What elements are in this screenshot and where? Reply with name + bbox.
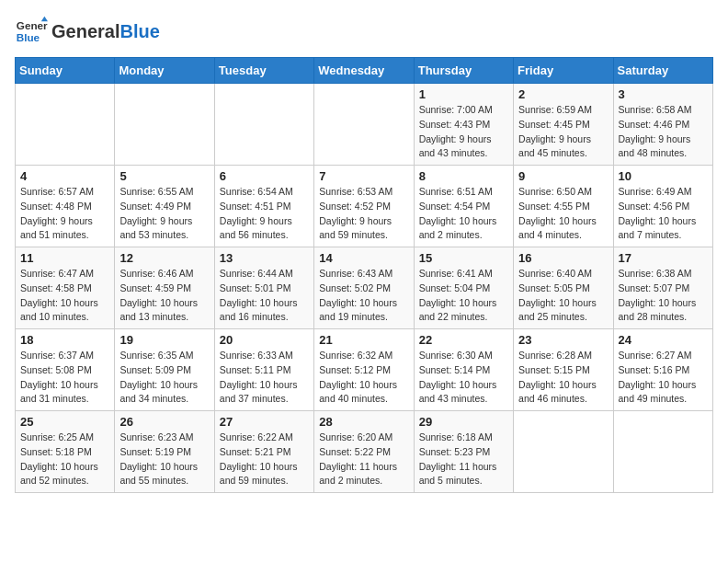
weekday-header-sunday: Sunday <box>16 58 115 84</box>
day-number: 9 <box>518 169 608 183</box>
calendar-cell: 17Sunrise: 6:38 AMSunset: 5:07 PMDayligh… <box>613 247 712 329</box>
calendar-cell: 5Sunrise: 6:55 AMSunset: 4:49 PMDaylight… <box>115 166 214 247</box>
calendar-cell: 20Sunrise: 6:33 AMSunset: 5:11 PMDayligh… <box>214 329 313 411</box>
day-number: 20 <box>220 333 309 347</box>
calendar-cell: 18Sunrise: 6:37 AMSunset: 5:08 PMDayligh… <box>16 329 115 411</box>
day-number: 25 <box>20 415 109 429</box>
weekday-header-thursday: Thursday <box>414 58 513 84</box>
calendar-cell: 16Sunrise: 6:40 AMSunset: 5:05 PMDayligh… <box>514 247 613 329</box>
day-number: 1 <box>419 87 508 101</box>
day-number: 4 <box>20 169 109 183</box>
calendar-cell: 27Sunrise: 6:22 AMSunset: 5:21 PMDayligh… <box>214 411 313 493</box>
calendar-cell: 25Sunrise: 6:25 AMSunset: 5:18 PMDayligh… <box>16 411 115 493</box>
day-info: Sunrise: 6:55 AMSunset: 4:49 PMDaylight:… <box>119 185 209 243</box>
day-info: Sunrise: 6:35 AMSunset: 5:09 PMDaylight:… <box>119 349 209 407</box>
day-info: Sunrise: 6:46 AMSunset: 4:59 PMDaylight:… <box>119 267 209 325</box>
day-number: 6 <box>220 169 309 183</box>
calendar-cell: 3Sunrise: 6:58 AMSunset: 4:46 PMDaylight… <box>613 84 712 166</box>
day-info: Sunrise: 6:37 AMSunset: 5:08 PMDaylight:… <box>20 349 109 407</box>
day-info: Sunrise: 6:57 AMSunset: 4:48 PMDaylight:… <box>20 185 109 243</box>
day-number: 18 <box>20 333 109 347</box>
day-number: 17 <box>619 251 708 265</box>
weekday-header-tuesday: Tuesday <box>214 58 313 84</box>
day-number: 11 <box>20 251 109 265</box>
logo-text: GeneralBlue <box>51 21 160 41</box>
day-info: Sunrise: 6:40 AMSunset: 5:05 PMDaylight:… <box>518 267 608 325</box>
logo: General Blue GeneralBlue <box>15 15 160 48</box>
calendar-cell: 1Sunrise: 7:00 AMSunset: 4:43 PMDaylight… <box>414 84 513 166</box>
day-number: 3 <box>619 87 708 101</box>
day-info: Sunrise: 6:43 AMSunset: 5:02 PMDaylight:… <box>319 267 408 325</box>
calendar-cell: 14Sunrise: 6:43 AMSunset: 5:02 PMDayligh… <box>314 247 414 329</box>
day-info: Sunrise: 6:32 AMSunset: 5:12 PMDaylight:… <box>319 349 408 407</box>
weekday-header-saturday: Saturday <box>613 58 712 84</box>
day-number: 12 <box>119 251 209 265</box>
day-info: Sunrise: 6:38 AMSunset: 5:07 PMDaylight:… <box>619 267 708 325</box>
day-info: Sunrise: 6:54 AMSunset: 4:51 PMDaylight:… <box>220 185 309 243</box>
day-info: Sunrise: 6:28 AMSunset: 5:15 PMDaylight:… <box>518 349 608 407</box>
day-number: 5 <box>119 169 209 183</box>
logo-icon: General Blue <box>15 15 48 48</box>
day-info: Sunrise: 6:51 AMSunset: 4:54 PMDaylight:… <box>419 185 508 243</box>
weekday-header-friday: Friday <box>514 58 613 84</box>
day-info: Sunrise: 6:30 AMSunset: 5:14 PMDaylight:… <box>419 349 508 407</box>
svg-text:Blue: Blue <box>17 31 40 43</box>
day-number: 24 <box>619 333 708 347</box>
day-info: Sunrise: 6:47 AMSunset: 4:58 PMDaylight:… <box>20 267 109 325</box>
day-info: Sunrise: 6:49 AMSunset: 4:56 PMDaylight:… <box>619 185 708 243</box>
calendar-cell <box>16 84 115 166</box>
calendar-cell: 22Sunrise: 6:30 AMSunset: 5:14 PMDayligh… <box>414 329 513 411</box>
calendar-cell: 26Sunrise: 6:23 AMSunset: 5:19 PMDayligh… <box>115 411 214 493</box>
day-number: 13 <box>220 251 309 265</box>
day-number: 29 <box>419 415 508 429</box>
day-info: Sunrise: 6:44 AMSunset: 5:01 PMDaylight:… <box>220 267 309 325</box>
calendar-cell <box>214 84 313 166</box>
calendar-cell: 8Sunrise: 6:51 AMSunset: 4:54 PMDaylight… <box>414 166 513 247</box>
calendar-cell: 28Sunrise: 6:20 AMSunset: 5:22 PMDayligh… <box>314 411 414 493</box>
calendar-cell: 15Sunrise: 6:41 AMSunset: 5:04 PMDayligh… <box>414 247 513 329</box>
day-info: Sunrise: 6:25 AMSunset: 5:18 PMDaylight:… <box>20 431 109 488</box>
calendar-cell: 19Sunrise: 6:35 AMSunset: 5:09 PMDayligh… <box>115 329 214 411</box>
calendar-cell: 7Sunrise: 6:53 AMSunset: 4:52 PMDaylight… <box>314 166 414 247</box>
day-number: 19 <box>119 333 209 347</box>
page-header: General Blue GeneralBlue <box>15 15 713 48</box>
day-number: 10 <box>619 169 708 183</box>
calendar-cell: 13Sunrise: 6:44 AMSunset: 5:01 PMDayligh… <box>214 247 313 329</box>
day-number: 28 <box>319 415 408 429</box>
day-info: Sunrise: 6:59 AMSunset: 4:45 PMDaylight:… <box>518 103 608 161</box>
day-info: Sunrise: 6:20 AMSunset: 5:22 PMDaylight:… <box>319 431 408 488</box>
calendar-cell <box>115 84 214 166</box>
calendar-cell: 23Sunrise: 6:28 AMSunset: 5:15 PMDayligh… <box>514 329 613 411</box>
calendar-cell: 6Sunrise: 6:54 AMSunset: 4:51 PMDaylight… <box>214 166 313 247</box>
day-info: Sunrise: 6:50 AMSunset: 4:55 PMDaylight:… <box>518 185 608 243</box>
day-number: 16 <box>518 251 608 265</box>
day-number: 21 <box>319 333 408 347</box>
day-info: Sunrise: 7:00 AMSunset: 4:43 PMDaylight:… <box>419 103 508 161</box>
day-number: 26 <box>119 415 209 429</box>
calendar-cell <box>314 84 414 166</box>
weekday-header-wednesday: Wednesday <box>314 58 414 84</box>
day-info: Sunrise: 6:58 AMSunset: 4:46 PMDaylight:… <box>619 103 708 161</box>
day-number: 14 <box>319 251 408 265</box>
calendar-cell: 9Sunrise: 6:50 AMSunset: 4:55 PMDaylight… <box>514 166 613 247</box>
day-number: 15 <box>419 251 508 265</box>
day-number: 8 <box>419 169 508 183</box>
day-number: 22 <box>419 333 508 347</box>
day-number: 23 <box>518 333 608 347</box>
day-info: Sunrise: 6:53 AMSunset: 4:52 PMDaylight:… <box>319 185 408 243</box>
day-info: Sunrise: 6:22 AMSunset: 5:21 PMDaylight:… <box>220 431 309 488</box>
calendar-cell: 12Sunrise: 6:46 AMSunset: 4:59 PMDayligh… <box>115 247 214 329</box>
day-number: 7 <box>319 169 408 183</box>
calendar-cell: 11Sunrise: 6:47 AMSunset: 4:58 PMDayligh… <box>16 247 115 329</box>
day-info: Sunrise: 6:41 AMSunset: 5:04 PMDaylight:… <box>419 267 508 325</box>
day-number: 27 <box>220 415 309 429</box>
calendar-cell: 10Sunrise: 6:49 AMSunset: 4:56 PMDayligh… <box>613 166 712 247</box>
calendar-cell: 21Sunrise: 6:32 AMSunset: 5:12 PMDayligh… <box>314 329 414 411</box>
day-info: Sunrise: 6:18 AMSunset: 5:23 PMDaylight:… <box>419 431 508 488</box>
day-number: 2 <box>518 87 608 101</box>
calendar-cell: 2Sunrise: 6:59 AMSunset: 4:45 PMDaylight… <box>514 84 613 166</box>
calendar-cell: 24Sunrise: 6:27 AMSunset: 5:16 PMDayligh… <box>613 329 712 411</box>
day-info: Sunrise: 6:33 AMSunset: 5:11 PMDaylight:… <box>220 349 309 407</box>
calendar-table: SundayMondayTuesdayWednesdayThursdayFrid… <box>15 57 713 493</box>
weekday-header-monday: Monday <box>115 58 214 84</box>
